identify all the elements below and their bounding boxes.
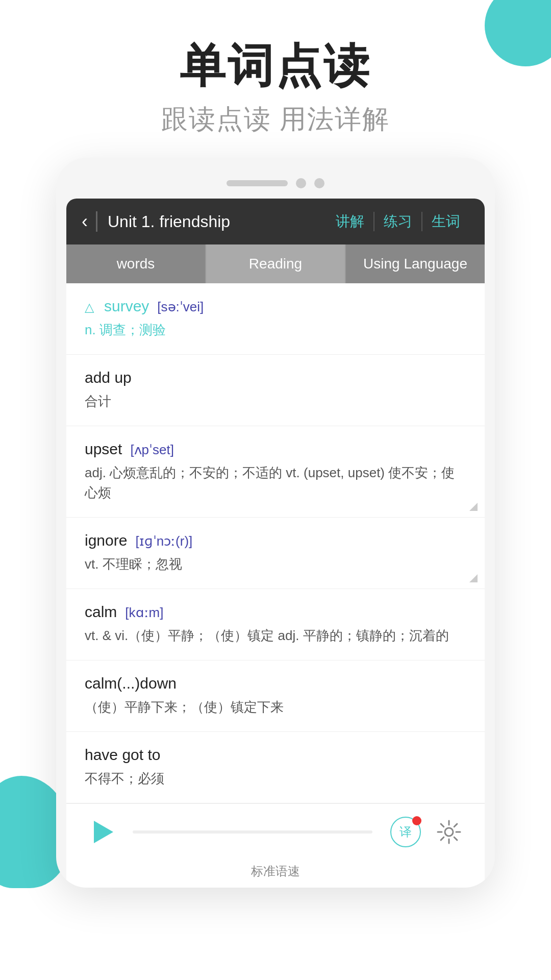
svg-point-0 — [445, 828, 453, 836]
nav-title: Unit 1. friendship — [108, 212, 327, 231]
phone-dot-1 — [296, 178, 306, 188]
word-english-have-got-to: have got to — [85, 746, 160, 764]
word-chinese-survey: n. 调查；测验 — [85, 320, 466, 340]
tabs-bar: words Reading Using Language — [66, 244, 485, 283]
word-item-calm-down[interactable]: calm(...)down （使）平静下来；（使）镇定下来 — [66, 660, 485, 732]
nav-links: 讲解 练习 生词 — [327, 212, 469, 231]
corner-triangle-upset — [469, 503, 478, 511]
word-chinese-calm-down: （使）平静下来；（使）镇定下来 — [85, 697, 466, 717]
settings-button[interactable] — [434, 817, 464, 847]
play-icon — [94, 821, 113, 843]
word-chinese-calm: vt. & vi.（使）平静；（使）镇定 adj. 平静的；镇静的；沉着的 — [85, 626, 466, 646]
word-item-have-got-to[interactable]: have got to 不得不；必须 — [66, 732, 485, 803]
sub-title: 跟读点读 用法详解 — [0, 102, 551, 137]
player-bar: 译 — [66, 803, 485, 860]
word-english-ignore: ignore — [85, 532, 127, 549]
word-english-survey: survey — [104, 298, 149, 315]
word-english-calm: calm — [85, 603, 117, 621]
phone-mockup: ‹ Unit 1. friendship 讲解 练习 生词 words Read… — [56, 158, 495, 888]
nav-bar: ‹ Unit 1. friendship 讲解 练习 生词 — [66, 199, 485, 244]
word-phonetic-upset: [ʌpˈset] — [130, 442, 174, 458]
word-phonetic-survey: [sə:ˈvei] — [157, 299, 204, 315]
word-english-add-up: add up — [85, 369, 132, 386]
play-button[interactable] — [87, 817, 117, 847]
right-icons: 译 — [388, 814, 464, 850]
main-title: 单词点读 — [0, 41, 551, 91]
phone-notch — [227, 180, 288, 186]
speed-label: 标准语速 — [66, 860, 485, 888]
word-phonetic-calm: [kɑːm] — [125, 605, 163, 621]
record-dot — [412, 816, 421, 825]
word-english-upset: upset — [85, 440, 122, 458]
translate-button[interactable]: 译 — [388, 814, 423, 850]
header-section: 单词点读 跟读点读 用法详解 — [0, 0, 551, 158]
phone-dot-2 — [314, 178, 324, 188]
translate-text: 译 — [399, 824, 412, 840]
tab-reading[interactable]: Reading — [206, 244, 346, 283]
word-item-ignore[interactable]: ignore [ɪɡˈnɔː(r)] vt. 不理睬；忽视 — [66, 518, 485, 589]
tab-words[interactable]: words — [66, 244, 206, 283]
word-item-survey[interactable]: △ survey [sə:ˈvei] n. 调查；测验 — [66, 283, 485, 355]
word-item-upset[interactable]: upset [ʌpˈset] adj. 心烦意乱的；不安的；不适的 vt. (u… — [66, 426, 485, 518]
word-chinese-have-got-to: 不得不；必须 — [85, 769, 466, 789]
word-item-calm[interactable]: calm [kɑːm] vt. & vi.（使）平静；（使）镇定 adj. 平静… — [66, 589, 485, 660]
word-phonetic-ignore: [ɪɡˈnɔː(r)] — [135, 533, 192, 549]
nav-link-vocab[interactable]: 生词 — [421, 212, 469, 231]
nav-link-explain[interactable]: 讲解 — [327, 212, 373, 231]
word-english-calm-down: calm(...)down — [85, 675, 177, 692]
nav-divider — [96, 211, 97, 232]
progress-bar[interactable] — [133, 830, 372, 834]
phone-top-bar — [56, 173, 495, 199]
gear-icon — [436, 819, 462, 845]
back-button[interactable]: ‹ — [82, 211, 88, 232]
word-triangle-survey: △ — [85, 300, 94, 314]
nav-link-practice[interactable]: 练习 — [373, 212, 421, 231]
app-content: ‹ Unit 1. friendship 讲解 练习 生词 words Read… — [66, 199, 485, 803]
svg-line-7 — [454, 824, 457, 827]
tab-using-language[interactable]: Using Language — [346, 244, 485, 283]
corner-triangle-ignore — [469, 574, 478, 582]
word-chinese-add-up: 合计 — [85, 391, 466, 411]
word-item-add-up[interactable]: add up 合计 — [66, 355, 485, 426]
svg-line-6 — [454, 837, 457, 840]
svg-line-5 — [441, 824, 444, 827]
svg-line-8 — [441, 837, 444, 840]
word-chinese-upset: adj. 心烦意乱的；不安的；不适的 vt. (upset, upset) 使不… — [85, 463, 466, 503]
word-list: △ survey [sə:ˈvei] n. 调查；测验 add up 合计 up… — [66, 283, 485, 803]
word-chinese-ignore: vt. 不理睬；忽视 — [85, 554, 466, 574]
